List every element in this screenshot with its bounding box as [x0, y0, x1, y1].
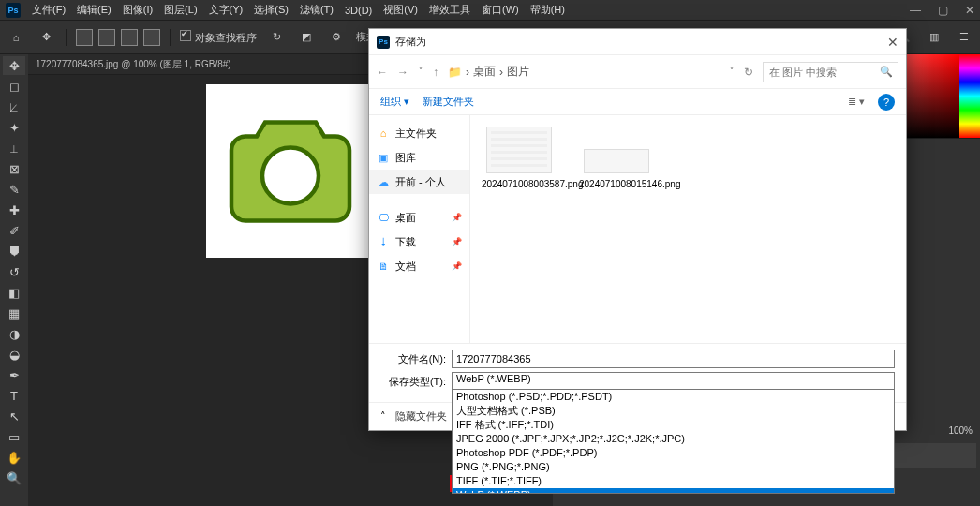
align-checkbox[interactable]: 对象查找程序: [180, 30, 257, 45]
view-icon[interactable]: ≣ ▾: [848, 96, 865, 108]
gallery-icon: ▣: [377, 152, 390, 164]
type-option[interactable]: 大型文档格式 (*.PSB): [453, 404, 894, 418]
filename-label: 文件名(N):: [380, 352, 446, 366]
back-icon[interactable]: ←: [377, 66, 388, 79]
blur-tool[interactable]: ◑: [3, 324, 25, 343]
hue-slider[interactable]: [959, 54, 980, 138]
dialog-nav: ← → ˅ ↑ 📁 › 桌面 › 图片 ˅ ↻ 🔍: [369, 55, 906, 89]
close-icon[interactable]: ✕: [965, 4, 974, 17]
square-icon[interactable]: [121, 29, 138, 46]
square-icon[interactable]: [98, 29, 115, 46]
minimize-icon[interactable]: —: [910, 4, 921, 17]
zoom-tool[interactable]: 🔍: [3, 469, 25, 487]
sidebar-item-cloud[interactable]: ☁开前 - 个人: [369, 170, 469, 194]
menu-item[interactable]: 选择(S): [254, 3, 289, 17]
menu-icon[interactable]: ☰: [954, 27, 974, 48]
square-icon[interactable]: [76, 29, 93, 46]
pin-icon[interactable]: 📌: [452, 237, 462, 246]
marquee-tool[interactable]: ◻: [3, 77, 25, 96]
menu-item[interactable]: 帮助(H): [530, 3, 565, 17]
organize-button[interactable]: 组织 ▾: [380, 95, 409, 109]
menu-item[interactable]: 窗口(W): [482, 3, 519, 17]
crumb[interactable]: 桌面: [473, 64, 496, 80]
type-select[interactable]: WebP (*.WEBP): [452, 372, 895, 391]
home-icon: ⌂: [377, 127, 390, 139]
path-tool[interactable]: ↖: [3, 407, 25, 425]
pen-tool[interactable]: ✒: [3, 365, 25, 384]
menu-item[interactable]: 文件(F): [32, 3, 66, 17]
breadcrumb[interactable]: 📁 › 桌面 › 图片 ˅: [448, 64, 735, 80]
type-option[interactable]: PNG (*.PNG;*.PNG): [453, 460, 894, 474]
menu-item[interactable]: 图像(I): [123, 3, 153, 17]
crumb[interactable]: 图片: [507, 64, 529, 80]
cloud-icon: ☁: [377, 176, 390, 188]
close-icon[interactable]: ✕: [887, 35, 898, 50]
crop-tool[interactable]: ⟂: [3, 139, 25, 157]
file-item[interactable]: 2024071008015146.png: [579, 126, 654, 189]
sidebar-item-downloads[interactable]: ⭳下载📌: [369, 230, 469, 254]
settings-icon[interactable]: ⚙: [326, 27, 347, 48]
menu-item[interactable]: 视图(V): [383, 3, 418, 17]
stamp-tool[interactable]: ⛊: [3, 242, 25, 260]
new-folder-button[interactable]: 新建文件夹: [423, 95, 474, 109]
refresh-icon[interactable]: ↻: [744, 66, 753, 79]
eyedropper-tool[interactable]: ✎: [3, 180, 25, 199]
camera-icon: [220, 106, 361, 237]
eraser-tool[interactable]: ◧: [3, 283, 25, 302]
maximize-icon[interactable]: ▢: [938, 4, 948, 17]
type-option[interactable]: JPEG 2000 (*.JPF;*.JPX;*.JP2;*.J2C;*.J2K…: [453, 432, 894, 446]
home-icon[interactable]: ⌂: [6, 27, 26, 48]
picker-icon[interactable]: ◩: [296, 27, 317, 48]
hand-tool[interactable]: ✋: [3, 448, 25, 467]
up-icon[interactable]: ↑: [433, 66, 438, 79]
square-icon[interactable]: [143, 29, 160, 46]
heal-tool[interactable]: ✚: [3, 201, 25, 219]
file-thumbnail: [486, 126, 552, 173]
forward-icon[interactable]: →: [397, 66, 408, 79]
refresh-icon[interactable]: ↻: [266, 27, 287, 48]
sidebar-item-desktop[interactable]: 🖵桌面📌: [369, 205, 469, 230]
dialog-titlebar: Ps 存储为 ✕: [369, 29, 906, 55]
dodge-tool[interactable]: ◒: [3, 345, 25, 364]
brush-tool[interactable]: ✐: [3, 221, 25, 240]
wand-tool[interactable]: ✦: [3, 118, 25, 137]
panel-icon[interactable]: ▥: [924, 27, 944, 48]
sidebar-item-documents[interactable]: 🗎文档📌: [369, 254, 469, 278]
sidebar-item-gallery[interactable]: ▣图库: [369, 145, 469, 170]
menu-item[interactable]: 滤镜(T): [300, 3, 334, 17]
collapse-icon[interactable]: ˄: [380, 410, 386, 423]
app-icon: Ps: [6, 3, 21, 18]
type-option[interactable]: Photoshop PDF (*.PDF;*.PDP): [453, 446, 894, 460]
top-menu-bar: Ps 文件(F) 编辑(E) 图像(I) 图层(L) 文字(Y) 选择(S) 滤…: [0, 0, 980, 21]
opacity-value[interactable]: 100%: [948, 425, 973, 436]
gradient-tool[interactable]: ▦: [3, 304, 25, 322]
history-brush-tool[interactable]: ↺: [3, 262, 25, 281]
search-input[interactable]: [763, 62, 898, 82]
download-icon: ⭳: [377, 236, 390, 247]
frame-tool[interactable]: ⊠: [3, 159, 25, 178]
type-tool[interactable]: T: [3, 386, 25, 405]
help-icon[interactable]: ?: [878, 94, 895, 111]
menu-item[interactable]: 编辑(E): [77, 3, 111, 17]
menu-item[interactable]: 3D(D): [345, 5, 372, 16]
pin-icon[interactable]: 📌: [452, 213, 462, 222]
type-option[interactable]: Photoshop (*.PSD;*.PDD;*.PSDT): [453, 390, 894, 404]
shape-tool[interactable]: ▭: [3, 427, 25, 446]
menu-item[interactable]: 图层(L): [164, 3, 197, 17]
recent-icon[interactable]: ˅: [418, 66, 423, 79]
filename-input[interactable]: [452, 350, 895, 368]
hide-folders-button[interactable]: 隐藏文件夹: [395, 409, 447, 424]
menu-item[interactable]: 文字(Y): [209, 3, 244, 17]
file-list: 2024071008003587.png 2024071008015146.pn…: [470, 115, 906, 343]
type-option-selected[interactable]: WebP (*.WEBP): [453, 488, 894, 494]
lasso-tool[interactable]: ⟀: [3, 97, 25, 116]
type-option[interactable]: TIFF (*.TIF;*.TIFF): [453, 474, 894, 488]
file-item[interactable]: 2024071008003587.png: [482, 126, 557, 189]
canvas[interactable]: [206, 84, 375, 258]
menu-item[interactable]: 增效工具: [429, 3, 470, 17]
sidebar-item-home[interactable]: ⌂主文件夹: [369, 121, 469, 145]
move-tool[interactable]: ✥: [3, 56, 25, 75]
pin-icon[interactable]: 📌: [452, 261, 462, 271]
type-option[interactable]: IFF 格式 (*.IFF;*.TDI): [453, 418, 894, 432]
move-tool-icon[interactable]: ✥: [36, 27, 56, 48]
